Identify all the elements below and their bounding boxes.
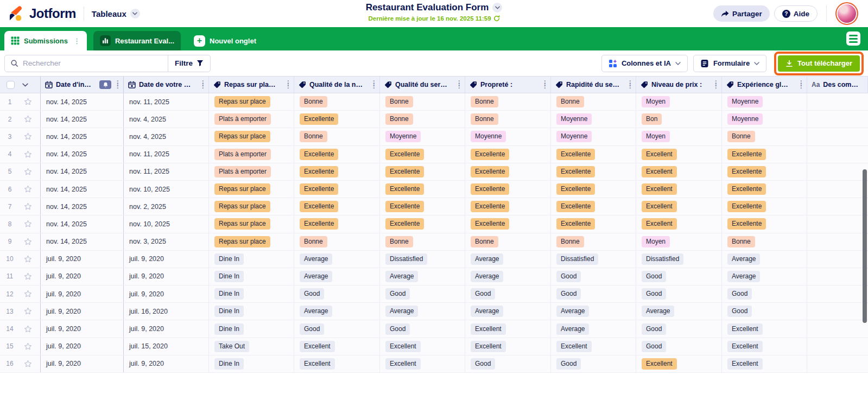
table-row[interactable]: 16juil. 9, 2020juil. 9, 2020Dine InExcel… <box>0 355 868 373</box>
column-header[interactable]: Propreté :⋮⋮ <box>465 77 551 93</box>
cell-rating[interactable]: Good <box>465 285 551 302</box>
cell-rating[interactable]: Excellent <box>636 163 722 180</box>
table-row[interactable]: 11juil. 9, 2020juil. 9, 2020Dine InAvera… <box>0 268 868 285</box>
cell-rating[interactable]: Excellente <box>294 215 380 232</box>
select-menu-chevron-icon[interactable] <box>22 83 28 87</box>
table-row[interactable]: 10juil. 9, 2020juil. 9, 2020Dine InAvera… <box>0 251 868 268</box>
cell-rating[interactable]: Moyenne <box>722 93 807 110</box>
cell-rating[interactable]: Bonne <box>465 233 551 250</box>
cell-rating[interactable]: Excellent <box>294 338 380 355</box>
table-row[interactable]: 12juil. 9, 2020juil. 9, 2020Dine InGoodG… <box>0 285 868 303</box>
cell-rating[interactable]: Excellente <box>722 163 807 180</box>
table-row[interactable]: 15juil. 9, 2020juil. 15, 2020Take OutExc… <box>0 338 868 355</box>
table-row[interactable]: 2nov. 14, 2025nov. 4, 2025Plats à emport… <box>0 111 868 128</box>
cell-rating[interactable]: Excellente <box>380 198 465 215</box>
cell-rating[interactable]: Excellent <box>722 320 807 337</box>
column-header[interactable]: Date de votre visi...⋮⋮ <box>124 77 209 93</box>
cell-rating[interactable]: Good <box>380 285 465 302</box>
notification-bell-icon[interactable] <box>99 80 111 89</box>
cell-rating[interactable]: Moyenne <box>380 128 465 145</box>
cell-comment[interactable] <box>807 181 868 198</box>
cell-rating[interactable]: Excellente <box>465 198 551 215</box>
column-header[interactable]: Expérience globa...⋮⋮ <box>722 77 807 93</box>
column-header[interactable]: Qualité du service :⋮⋮ <box>380 77 465 93</box>
cell-rating[interactable]: Excellent <box>380 338 465 355</box>
cell-rating[interactable]: Average <box>465 251 551 268</box>
star-icon[interactable] <box>20 325 36 333</box>
cell-rating[interactable]: Excellent <box>722 355 807 372</box>
download-all-button[interactable]: Tout télécharger <box>778 55 860 72</box>
cell-rating[interactable]: Excellente <box>722 215 807 232</box>
cell-registration-date[interactable]: nov. 14, 2025 <box>41 111 124 128</box>
cell-rating[interactable]: Excellente <box>722 146 807 163</box>
cell-rating[interactable]: Good <box>722 285 807 302</box>
cell-visit-date[interactable]: juil. 16, 2020 <box>124 303 209 320</box>
table-row[interactable]: 9nov. 14, 2025nov. 3, 2025Repas sur plac… <box>0 233 868 251</box>
cell-rating[interactable]: Excellente <box>294 111 380 128</box>
cell-comment[interactable] <box>807 128 868 145</box>
cell-comment[interactable] <box>807 111 868 128</box>
cell-rating[interactable]: Dine In <box>209 285 294 302</box>
column-header[interactable]: Date d'inscript...⋮⋮ <box>41 77 124 93</box>
cell-rating[interactable]: Average <box>380 268 465 285</box>
cell-rating[interactable]: Excellente <box>551 181 636 198</box>
cell-rating[interactable]: Moyen <box>636 93 722 110</box>
cell-rating[interactable]: Excellente <box>465 163 551 180</box>
user-avatar[interactable] <box>835 2 858 25</box>
cell-visit-date[interactable]: nov. 2, 2025 <box>124 198 209 215</box>
cell-registration-date[interactable]: juil. 9, 2020 <box>41 355 124 372</box>
table-row[interactable]: 7nov. 14, 2025nov. 2, 2025Repas sur plac… <box>0 198 868 215</box>
cell-rating[interactable]: Good <box>551 285 636 302</box>
cell-comment[interactable] <box>807 198 868 215</box>
cell-rating[interactable]: Plats à emporter <box>209 111 294 128</box>
cell-registration-date[interactable]: juil. 9, 2020 <box>41 268 124 285</box>
table-row[interactable]: 13juil. 9, 2020juil. 16, 2020Dine InAver… <box>0 303 868 320</box>
cell-rating[interactable]: Excellent <box>551 338 636 355</box>
cell-registration-date[interactable]: nov. 14, 2025 <box>41 233 124 250</box>
cell-rating[interactable]: Excellente <box>551 198 636 215</box>
cell-comment[interactable] <box>807 215 868 232</box>
cell-comment[interactable] <box>807 338 868 355</box>
table-row[interactable]: 5nov. 14, 2025nov. 11, 2025Plats à empor… <box>0 163 868 181</box>
star-icon[interactable] <box>20 238 36 246</box>
column-header[interactable]: Qualité de la nour...⋮⋮ <box>294 77 380 93</box>
cell-rating[interactable]: Good <box>636 285 722 302</box>
cell-rating[interactable]: Dissatisfied <box>636 251 722 268</box>
cell-rating[interactable]: Dine In <box>209 268 294 285</box>
cell-rating[interactable]: Moyenne <box>722 111 807 128</box>
cell-rating[interactable]: Good <box>636 338 722 355</box>
cell-rating[interactable]: Excellente <box>294 146 380 163</box>
cell-comment[interactable] <box>807 93 868 110</box>
star-icon[interactable] <box>20 168 36 176</box>
cell-rating[interactable]: Excellente <box>465 181 551 198</box>
product-switcher[interactable]: Tableaux <box>92 9 140 18</box>
refresh-icon[interactable] <box>493 15 500 22</box>
cell-rating[interactable]: Good <box>294 320 380 337</box>
cell-rating[interactable]: Bonne <box>465 93 551 110</box>
cell-rating[interactable]: Average <box>551 303 636 320</box>
cell-visit-date[interactable]: nov. 4, 2025 <box>124 128 209 145</box>
tab-menu-dots-icon[interactable]: ⋮ <box>73 37 80 45</box>
cell-registration-date[interactable]: nov. 14, 2025 <box>41 93 124 110</box>
cell-rating[interactable]: Average <box>465 268 551 285</box>
cell-visit-date[interactable]: juil. 9, 2020 <box>124 251 209 268</box>
cell-rating[interactable]: Excellente <box>294 181 380 198</box>
column-menu-icon[interactable]: ⋮⋮ <box>285 82 289 88</box>
table-row[interactable]: 8nov. 14, 2025nov. 10, 2025Repas sur pla… <box>0 215 868 233</box>
cell-visit-date[interactable]: nov. 11, 2025 <box>124 146 209 163</box>
cell-rating[interactable]: Bonne <box>465 111 551 128</box>
cell-rating[interactable]: Excellent <box>636 146 722 163</box>
cell-rating[interactable]: Dissatisfied <box>551 251 636 268</box>
cell-rating[interactable]: Excellente <box>294 198 380 215</box>
cell-registration-date[interactable]: juil. 9, 2020 <box>41 285 124 302</box>
table-row[interactable]: 3nov. 14, 2025nov. 4, 2025Repas sur plac… <box>0 128 868 145</box>
cell-rating[interactable]: Bonne <box>722 233 807 250</box>
table-row[interactable]: 1nov. 14, 2025nov. 11, 2025Repas sur pla… <box>0 93 868 111</box>
cell-rating[interactable]: Good <box>465 355 551 372</box>
cell-registration-date[interactable]: juil. 9, 2020 <box>41 251 124 268</box>
cell-comment[interactable] <box>807 233 868 250</box>
cell-rating[interactable]: Dine In <box>209 303 294 320</box>
cell-rating[interactable]: Bon <box>636 111 722 128</box>
select-all-checkbox[interactable] <box>7 81 15 89</box>
cell-rating[interactable]: Moyen <box>636 233 722 250</box>
